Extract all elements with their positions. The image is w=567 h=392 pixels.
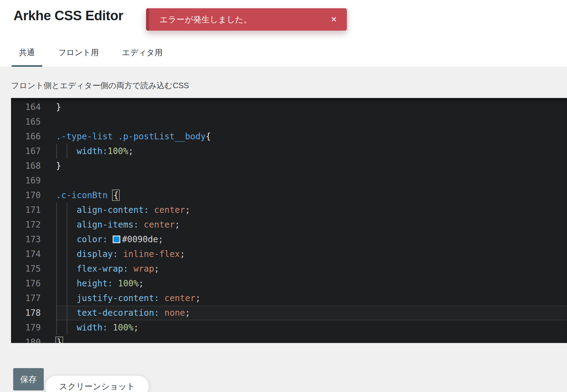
tab-front[interactable]: フロント用	[51, 40, 106, 67]
code-line: 166.-type-list .p-postList__body{	[11, 129, 567, 144]
tab-bar: 共通フロント用エディタ用	[12, 40, 178, 67]
line-number: 172	[11, 217, 56, 232]
code-line-content: align-items: center;	[56, 217, 567, 232]
line-number: 175	[11, 262, 56, 276]
indent-guide	[67, 247, 67, 262]
code-line: 178 text-decoration: none;	[11, 306, 567, 320]
line-number: 171	[11, 203, 56, 217]
line-number: 168	[11, 159, 56, 173]
code-line: 165	[11, 115, 567, 129]
error-toast: エラーが発生しました。 ✕	[146, 8, 347, 31]
indent-guide	[56, 276, 57, 291]
code-line-content: }	[56, 159, 567, 173]
code-line: 175 flex-wrap: wrap;	[11, 262, 567, 276]
code-line-content: width: 100%;	[56, 320, 567, 335]
code-line-content: flex-wrap: wrap;	[56, 262, 567, 276]
code-line: 172 align-items: center;	[11, 217, 567, 232]
code-line: 168}	[11, 159, 567, 173]
line-number: 170	[11, 188, 56, 203]
line-number: 177	[11, 291, 56, 306]
indent-guide	[56, 262, 57, 276]
indent-guide	[67, 203, 67, 217]
line-number: 176	[11, 276, 56, 291]
indent-guide	[67, 320, 67, 335]
code-line: 173 color: #0090de;	[11, 232, 567, 247]
indent-guide	[56, 217, 57, 232]
indent-guide	[67, 262, 67, 276]
code-line-content: }	[56, 100, 567, 115]
code-line: 169	[11, 173, 567, 188]
indent-guide	[56, 203, 57, 217]
code-line-content: width:100%;	[56, 144, 567, 159]
code-line: 164}	[11, 100, 567, 115]
code-line-content: height: 100%;	[56, 276, 567, 291]
code-line-content: color: #0090de;	[56, 232, 567, 247]
indent-guide	[67, 306, 67, 320]
code-line: 177 justify-content: center;	[11, 291, 567, 306]
color-swatch[interactable]	[113, 236, 120, 243]
tab-editor[interactable]: エディタ用	[115, 40, 170, 67]
tab-common[interactable]: 共通	[12, 40, 42, 67]
line-number: 169	[11, 173, 56, 188]
code-line-content: justify-content: center;	[56, 291, 567, 306]
code-line-content: .c-iconBtn {	[56, 188, 567, 203]
code-line: 179 width: 100%;	[11, 320, 567, 335]
save-button[interactable]: 保存	[13, 368, 44, 390]
line-number: 173	[11, 232, 56, 247]
line-number: 180	[11, 335, 56, 343]
screenshot-tooltip: スクリーンショット	[45, 376, 149, 392]
page-header: Arkhe CSS Editor エラーが発生しました。 ✕ 共通フロント用エデ…	[0, 0, 567, 67]
code-line: 167 width:100%;	[11, 144, 567, 159]
line-number: 174	[11, 247, 56, 262]
line-number: 179	[11, 320, 56, 335]
code-line-content: align-content: center;	[56, 203, 567, 217]
line-number: 166	[11, 129, 56, 144]
code-line-content: .-type-list .p-postList__body{	[56, 129, 567, 144]
error-toast-message: エラーが発生しました。	[160, 14, 252, 25]
code-line-content	[56, 173, 567, 188]
indent-guide	[67, 291, 67, 306]
line-number: 165	[11, 115, 56, 129]
page-title: Arkhe CSS Editor	[13, 8, 123, 23]
line-number: 164	[11, 100, 56, 115]
line-number: 167	[11, 144, 56, 159]
indent-guide	[56, 247, 57, 262]
code-line-content: display: inline-flex;	[56, 247, 567, 262]
indent-guide	[56, 291, 57, 306]
code-line: 176 height: 100%;	[11, 276, 567, 291]
code-line-content: }	[56, 335, 567, 343]
indent-guide	[67, 144, 67, 159]
code-line-content	[56, 115, 567, 129]
indent-guide	[67, 232, 67, 247]
code-line: 174 display: inline-flex;	[11, 247, 567, 262]
indent-guide	[56, 232, 57, 247]
indent-guide	[56, 306, 57, 320]
code-line: 180}	[11, 335, 567, 343]
code-lines: 164}165166.-type-list .p-postList__body{…	[11, 100, 567, 343]
code-editor[interactable]: 164}165166.-type-list .p-postList__body{…	[11, 98, 567, 343]
code-line: 170.c-iconBtn {	[11, 188, 567, 203]
code-line: 171 align-content: center;	[11, 203, 567, 217]
editor-description: フロント側とエディター側の両方で読み込むCSS	[11, 80, 567, 91]
indent-guide	[56, 144, 57, 159]
close-icon[interactable]: ✕	[329, 14, 338, 24]
indent-guide	[67, 217, 67, 232]
screenshot-tooltip-label: スクリーンショット	[59, 381, 135, 392]
indent-guide	[67, 276, 67, 291]
line-number: 178	[11, 306, 56, 320]
code-line-content: text-decoration: none;	[56, 306, 567, 320]
indent-guide	[56, 320, 57, 335]
